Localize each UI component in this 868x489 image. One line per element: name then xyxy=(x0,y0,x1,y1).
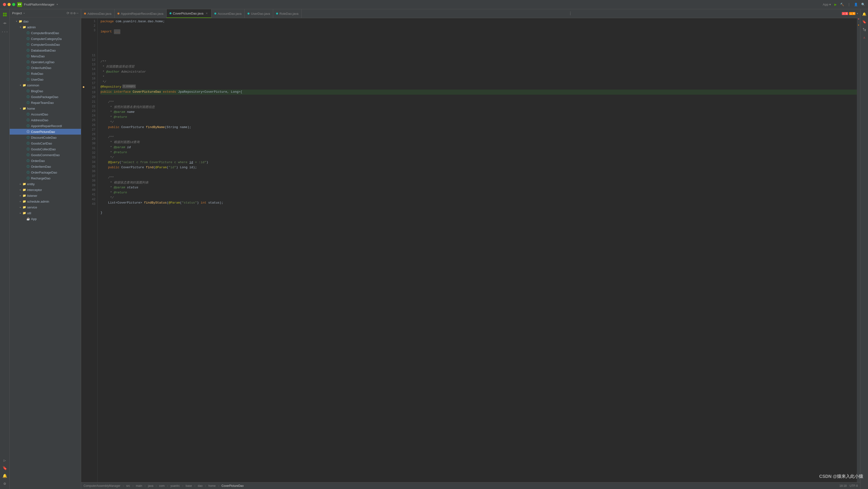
account-icon[interactable]: 👤 xyxy=(854,3,858,6)
settings-icon[interactable]: ⚙ xyxy=(1,480,9,488)
breadcrumb-file[interactable]: CoverPictureDao xyxy=(222,484,244,488)
status-bar: ComputerAssemblyManager › src › main › j… xyxy=(81,482,860,489)
search-icon[interactable]: 🔍 xyxy=(861,3,865,6)
svg-rect-9 xyxy=(865,30,866,31)
tree-item-ComputerBrandDao[interactable]: Ⓘ ComputerBrandDao xyxy=(10,30,81,36)
notifications-icon[interactable]: 🔔 xyxy=(1,472,9,480)
tree-item-CoverPictureDao[interactable]: Ⓘ CoverPictureDao xyxy=(10,129,81,135)
collapse-icon[interactable]: ⊟ xyxy=(70,11,72,15)
App-label: App xyxy=(31,217,37,221)
tree-item-AccountDao[interactable]: Ⓘ AccountDao xyxy=(10,111,81,117)
tree-item-AppointRepairRecordI[interactable]: Ⓘ AppointRepairRecordI xyxy=(10,123,81,129)
tab-AddressDao[interactable]: AddressDao.java xyxy=(81,9,115,18)
tree-item-home[interactable]: 📁 home xyxy=(10,105,81,111)
tab-more[interactable]: ⋮ xyxy=(566,11,575,16)
tree-item-UserDao-admin[interactable]: Ⓘ UserDao xyxy=(10,76,81,82)
bookmark-right-icon[interactable]: 🔖 xyxy=(861,19,868,25)
tree-item-listener[interactable]: 📁 listener xyxy=(10,193,81,198)
tree-item-OrderPackageDao[interactable]: Ⓘ OrderPackageDao xyxy=(10,169,81,175)
CoverPictureDao-label: CoverPictureDao xyxy=(31,130,55,134)
tree-item-MenuDao[interactable]: Ⓘ MenuDao xyxy=(10,53,81,59)
expand-icon[interactable]: ▾ xyxy=(857,12,858,15)
tab-CoverPictureDao[interactable]: CoverPictureDao.java ✕ xyxy=(166,9,211,18)
tree-item-OrderItemDao[interactable]: Ⓘ OrderItemDao xyxy=(10,164,81,169)
interceptor-folder-icon: 📁 xyxy=(22,188,26,192)
traffic-lights[interactable] xyxy=(3,3,15,6)
gear-icon[interactable]: ⚙ xyxy=(73,11,75,15)
notifications-right-icon[interactable]: 🔔 xyxy=(861,11,868,18)
project-icon[interactable] xyxy=(1,11,9,19)
tree-item-OrderAuthDao[interactable]: Ⓘ OrderAuthDao xyxy=(10,65,81,71)
tree-item-GoodsCommentDao[interactable]: Ⓘ GoodsCommentDao xyxy=(10,152,81,158)
encoding-display[interactable]: UTF-8 xyxy=(849,484,858,488)
sidebar-title: Project xyxy=(12,11,22,15)
breadcrumb-main[interactable]: main xyxy=(136,484,142,488)
run-button[interactable]: ▶ xyxy=(834,3,837,6)
code-content[interactable]: package com.yuanlrc.base.dao.home; impor… xyxy=(98,18,857,482)
tree-item-dao[interactable]: 📁 dao xyxy=(10,19,81,24)
code-line-20: /** xyxy=(100,100,857,105)
close-button[interactable] xyxy=(3,3,6,6)
tree-item-App[interactable]: ☕ App xyxy=(10,216,81,222)
structure-right-icon[interactable] xyxy=(861,26,868,33)
tree-item-entity[interactable]: 📁 entity xyxy=(10,181,81,187)
breadcrumb-com[interactable]: com xyxy=(159,484,165,488)
bookmarks-icon[interactable]: 🔖 xyxy=(1,464,9,472)
tree-item-RoleDao[interactable]: Ⓘ RoleDao xyxy=(10,71,81,76)
tree-item-common[interactable]: 📁 common xyxy=(10,82,81,88)
tree-item-OperaterLogDao[interactable]: Ⓘ OperaterLogDao xyxy=(10,59,81,65)
breadcrumb-yuanlrc[interactable]: yuanlrc xyxy=(170,484,180,488)
tab-AccountDao[interactable]: AccountDao.java xyxy=(211,9,245,18)
code-line-17: @Repository3 usages xyxy=(100,85,857,90)
commit-icon[interactable] xyxy=(1,20,9,27)
code-line-1: package com.yuanlrc.base.dao.home; xyxy=(100,19,857,24)
run-configs-icon[interactable]: ▷ xyxy=(1,457,9,464)
breadcrumb-base[interactable]: base xyxy=(186,484,192,488)
tree-item-ComputerCategoryDa[interactable]: Ⓘ ComputerCategoryDa xyxy=(10,36,81,42)
sidebar-chevron[interactable]: ▾ xyxy=(23,12,25,15)
tree-item-BlogDao[interactable]: Ⓘ BlogDao xyxy=(10,88,81,94)
breadcrumb-dao[interactable]: dao xyxy=(197,484,203,488)
ComputerCategoryDa-label: ComputerCategoryDa xyxy=(31,37,62,41)
breadcrumb-manager[interactable]: ComputerAssemblyManager xyxy=(84,484,120,488)
icon-bar: ··· ▷ 🔖 🔔 ⚙ xyxy=(0,9,10,489)
code-line-3: import ... xyxy=(100,29,857,34)
more-options[interactable]: ⋮ xyxy=(847,3,850,6)
close-sidebar-icon[interactable]: — xyxy=(76,11,79,15)
minimize-button[interactable] xyxy=(7,3,11,6)
app-dropdown[interactable]: App ▾ xyxy=(823,3,831,6)
tab-RoleDao[interactable]: RoleDao.java xyxy=(273,9,302,18)
tree-item-RepairTeamDao[interactable]: Ⓘ RepairTeamDao xyxy=(10,100,81,105)
maximize-button[interactable] xyxy=(12,3,15,6)
tree-item-GoodsPackageDao[interactable]: Ⓘ GoodsPackageDao xyxy=(10,94,81,100)
tree-item-GoodsCollectDao[interactable]: Ⓘ GoodsCollectDao xyxy=(10,146,81,152)
tree-item-AddressDao[interactable]: Ⓘ AddressDao xyxy=(10,117,81,123)
code-line-18: public interface CoverPictureDao extends… xyxy=(100,90,857,95)
tree-item-ComputerGoodsDao[interactable]: Ⓘ ComputerGoodsDao xyxy=(10,42,81,47)
build-button[interactable]: 🔨 xyxy=(840,3,844,6)
tab-dot-account xyxy=(214,12,216,14)
sync-icon[interactable]: ⟳ xyxy=(67,11,69,15)
editor-scrollbar[interactable] xyxy=(857,18,860,482)
tab-AppointRepairRecordDao[interactable]: AppointRepairRecordDao.java xyxy=(115,9,166,18)
svg-rect-8 xyxy=(865,29,866,30)
tree-item-service[interactable]: 📁 service xyxy=(10,204,81,210)
error-right-icon[interactable]: ⚠ xyxy=(861,34,868,41)
tree-item-admin[interactable]: 📁 admin xyxy=(10,24,81,30)
tree-item-DatabaseBakDao[interactable]: Ⓘ DatabaseBakDao xyxy=(10,47,81,53)
interface-icon: Ⓘ xyxy=(26,170,30,174)
tree-item-GoodsCartDao[interactable]: Ⓘ GoodsCartDao xyxy=(10,140,81,146)
tree-item-util[interactable]: 📁 util xyxy=(10,210,81,216)
breadcrumb-src[interactable]: src xyxy=(126,484,130,488)
tab-UserDao[interactable]: UserDao.java xyxy=(245,9,273,18)
breadcrumb-java[interactable]: java xyxy=(148,484,153,488)
tree-item-RechargeDao[interactable]: Ⓘ RechargeDao xyxy=(10,175,81,181)
breadcrumb-home[interactable]: home xyxy=(209,484,216,488)
tree-item-schedule-admin[interactable]: 📁 schedule.admin xyxy=(10,198,81,204)
tree-item-DiscountCodeDao[interactable]: Ⓘ DiscountCodeDao xyxy=(10,135,81,140)
OrderPackageDao-label: OrderPackageDao xyxy=(31,171,57,174)
tab-close-cover[interactable]: ✕ xyxy=(205,12,208,15)
tree-item-interceptor[interactable]: 📁 interceptor xyxy=(10,187,81,193)
more-tools-icon[interactable]: ··· xyxy=(1,28,9,36)
tree-item-OrderDao[interactable]: Ⓘ OrderDao xyxy=(10,158,81,164)
